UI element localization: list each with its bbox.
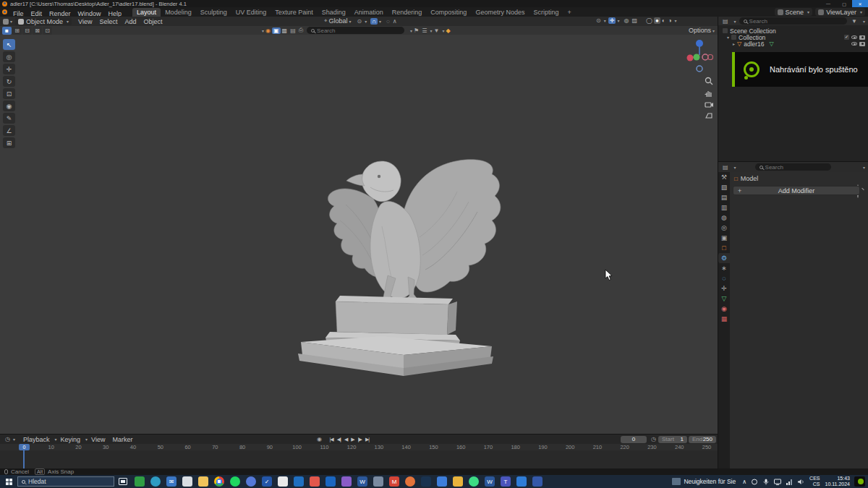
tab-particles[interactable]: ∗ xyxy=(718,263,730,273)
frame-start-field[interactable]: Start 1 xyxy=(658,436,687,443)
outliner-row-adler16[interactable]: ▸ ▽ adler16 ▽ xyxy=(723,40,865,47)
select-mode-set[interactable]: ■ xyxy=(2,27,12,35)
topbar-menu[interactable]: Window xyxy=(75,10,105,17)
next-keyframe-button[interactable]: |▶ xyxy=(356,437,363,442)
overlays-icon[interactable]: ◍ xyxy=(622,17,630,24)
app-photoshop[interactable] xyxy=(421,476,431,487)
workspace-tab[interactable]: Shading xyxy=(318,8,350,17)
topbar-menu[interactable]: File xyxy=(9,10,27,17)
auto-keying-icon[interactable]: ◉ xyxy=(315,436,323,442)
render-visibility-icon[interactable] xyxy=(859,42,865,46)
visibility-icon[interactable]: ⊙ xyxy=(595,17,603,24)
generic-icon-1[interactable]: ▩ xyxy=(281,27,289,34)
zoom-icon[interactable] xyxy=(705,77,713,85)
shading-rendered[interactable]: ◑ xyxy=(667,17,673,24)
timeline-editor-icon[interactable]: ◷ xyxy=(4,436,12,442)
close-button[interactable]: ✕ xyxy=(852,0,868,7)
hide-eye-icon[interactable] xyxy=(851,42,857,46)
mode-dropdown[interactable]: Object Mode ▾ xyxy=(15,17,72,25)
options-dropdown[interactable]: Options ▾ xyxy=(689,27,715,34)
properties-search-field[interactable]: Search xyxy=(755,163,831,171)
app-red-mail[interactable]: M xyxy=(389,476,399,487)
select-mode-invert[interactable]: ⊠ xyxy=(33,27,42,35)
tray-person-icon[interactable] xyxy=(751,479,758,485)
tool-move[interactable]: ✛ xyxy=(3,64,15,74)
header-search-field[interactable]: Search xyxy=(307,27,404,34)
workspace-tab[interactable]: Sculpting xyxy=(196,8,231,17)
app-todo[interactable]: ✓ xyxy=(262,476,272,487)
add-workspace-button[interactable]: + xyxy=(563,8,575,17)
workspace-tab[interactable]: Modeling xyxy=(161,8,196,17)
tab-view-layer[interactable]: ▥ xyxy=(718,202,730,213)
viewlayer-selector[interactable]: ViewLayer ▾ xyxy=(815,8,865,16)
breadcrumb-object-name[interactable]: Model xyxy=(741,175,759,182)
orientation-dropdown[interactable]: ⌖ Global ▾ ⊙ ▾ ∩ ▾ ◌ ∧ xyxy=(323,17,399,25)
tab-output[interactable]: ▤ xyxy=(718,192,730,202)
play-reverse-button[interactable]: ◀ xyxy=(342,437,349,442)
play-button[interactable]: ▶ xyxy=(349,437,356,442)
app-file-explorer[interactable] xyxy=(198,476,208,487)
display-cast-icon[interactable] xyxy=(774,479,781,485)
tab-material[interactable]: ◉ xyxy=(718,304,730,314)
tab-collection[interactable]: ▣ xyxy=(718,233,730,243)
tool-cursor[interactable]: ◎ xyxy=(3,51,15,62)
workspace-tab[interactable]: Compositing xyxy=(426,8,471,17)
viewport-menu[interactable]: Add xyxy=(121,18,140,25)
tab-texture[interactable]: ▦ xyxy=(718,314,730,324)
current-frame-field[interactable]: 0 xyxy=(621,436,647,443)
hide-eye-icon[interactable] xyxy=(851,35,857,39)
workspace-tab[interactable]: UV Editing xyxy=(231,8,271,17)
filter-funnel-icon[interactable]: ▼ xyxy=(850,18,859,25)
proportional-falloff-icon[interactable]: ∧ xyxy=(391,18,399,25)
collapse-caret-icon[interactable]: ▸ xyxy=(733,41,735,46)
app-store[interactable] xyxy=(182,476,192,487)
filter-funnel-icon[interactable]: ▼ xyxy=(432,27,441,34)
speaker-icon[interactable] xyxy=(797,479,804,485)
app-firefox[interactable] xyxy=(405,476,415,487)
select-mode-intersect[interactable]: ⊡ xyxy=(43,27,52,35)
tool-annotate[interactable]: ✎ xyxy=(3,113,15,124)
camera-view-icon[interactable] xyxy=(705,101,713,108)
chevron-down-icon[interactable]: ▾ xyxy=(863,165,865,170)
task-view-icon[interactable] xyxy=(119,478,127,485)
add-modifier-button[interactable]: + Add Modifier xyxy=(733,186,860,195)
workspace-tab[interactable]: Scripting xyxy=(529,8,563,17)
properties-editor-icon[interactable]: ▤ xyxy=(721,164,730,171)
tool-add-cube[interactable]: ⊞ xyxy=(3,137,15,148)
start-button[interactable] xyxy=(0,475,17,488)
expand-caret-icon[interactable]: ▾ xyxy=(727,35,729,40)
minimize-button[interactable]: — xyxy=(820,0,836,7)
app-spotify[interactable] xyxy=(230,476,240,487)
viewport-menu[interactable]: View xyxy=(75,18,95,25)
pan-hand-icon[interactable] xyxy=(705,89,713,98)
blender-menu-icon[interactable] xyxy=(2,9,7,14)
app-teams[interactable]: T xyxy=(501,476,511,487)
tool-transform[interactable]: ◉ xyxy=(3,100,15,111)
timeline-menu-playback[interactable]: Playback xyxy=(20,436,54,443)
topbar-menu[interactable]: Help xyxy=(105,10,126,17)
render-visibility-icon[interactable] xyxy=(859,35,865,40)
tab-object[interactable]: □ xyxy=(718,243,730,253)
app-edge[interactable] xyxy=(150,476,161,487)
editor-type-icon[interactable] xyxy=(3,19,9,25)
tab-render[interactable]: ▧ xyxy=(718,182,730,192)
tab-scene[interactable]: ◍ xyxy=(718,213,730,223)
shading-material[interactable]: ◐ xyxy=(660,17,667,24)
frame-end-field[interactable]: End 250 xyxy=(689,436,716,443)
news-widget[interactable]: Neuigkeiten für Sie xyxy=(672,478,736,485)
tab-tool[interactable]: ⚒ xyxy=(718,172,730,182)
navigation-gizmo[interactable] xyxy=(686,38,713,72)
bell-icon[interactable]: ◆ xyxy=(444,27,451,34)
select-mode-subtract[interactable]: ⊟ xyxy=(22,27,32,35)
perspective-toggle-icon[interactable] xyxy=(705,112,713,119)
viewport-menu[interactable]: Object xyxy=(140,18,166,25)
microphone-icon[interactable] xyxy=(762,479,770,485)
taskbar-search-field[interactable]: Hledat xyxy=(17,476,114,487)
app-blue-3[interactable] xyxy=(437,476,447,487)
app-chrome[interactable] xyxy=(214,476,224,487)
prev-keyframe-button[interactable]: ◀| xyxy=(335,437,342,442)
tray-expand-icon[interactable]: ∧ xyxy=(742,479,746,485)
workspace-tab[interactable]: Layout xyxy=(132,8,161,17)
xray-toggle-icon[interactable]: ▨ xyxy=(630,17,639,24)
tab-object-data[interactable]: ▽ xyxy=(718,294,730,304)
